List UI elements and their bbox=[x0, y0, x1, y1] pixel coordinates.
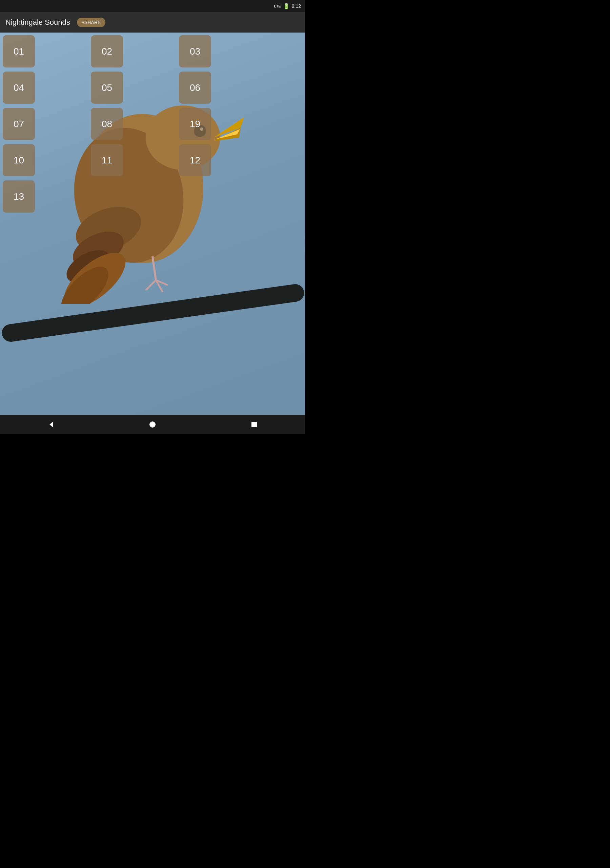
sound-button-04[interactable]: 04 bbox=[3, 71, 35, 104]
sound-button-11[interactable]: 11 bbox=[91, 144, 123, 176]
svg-line-12 bbox=[146, 280, 156, 290]
recent-button[interactable] bbox=[245, 415, 264, 434]
status-bar: LTE 🔋 9:12 bbox=[0, 0, 305, 12]
svg-rect-17 bbox=[251, 422, 257, 427]
sound-button-08[interactable]: 08 bbox=[91, 108, 123, 140]
home-icon bbox=[149, 420, 156, 429]
back-icon bbox=[47, 420, 55, 429]
app-title: Nightingale Sounds bbox=[5, 18, 70, 27]
sound-button-06[interactable]: 06 bbox=[179, 71, 211, 104]
sound-button-12[interactable]: 12 bbox=[179, 144, 211, 176]
signal-icon: LTE bbox=[274, 4, 281, 8]
sound-button-10[interactable]: 10 bbox=[3, 144, 35, 176]
recent-icon bbox=[250, 420, 258, 429]
sound-button-03[interactable]: 03 bbox=[179, 35, 211, 67]
main-content: 01 02 03 04 05 06 07 08 19 10 11 12 13 bbox=[0, 33, 305, 415]
navigation-bar bbox=[0, 415, 305, 434]
sound-button-07[interactable]: 07 bbox=[3, 108, 35, 140]
svg-point-16 bbox=[149, 422, 156, 428]
svg-marker-15 bbox=[50, 422, 53, 427]
sound-button-13[interactable]: 13 bbox=[3, 180, 35, 212]
sound-buttons-grid: 01 02 03 04 05 06 07 08 19 10 11 12 13 bbox=[3, 35, 211, 212]
back-button[interactable] bbox=[41, 415, 60, 434]
sound-button-05[interactable]: 05 bbox=[91, 71, 123, 104]
sound-button-02[interactable]: 02 bbox=[91, 35, 123, 67]
app-bar: Nightingale Sounds +SHARE bbox=[0, 12, 305, 33]
share-button[interactable]: +SHARE bbox=[77, 18, 105, 27]
battery-icon: 🔋 bbox=[283, 3, 290, 9]
sound-button-19[interactable]: 19 bbox=[179, 108, 211, 140]
time-display: 9:12 bbox=[292, 3, 301, 9]
home-button[interactable] bbox=[143, 415, 162, 434]
sound-button-01[interactable]: 01 bbox=[3, 35, 35, 67]
